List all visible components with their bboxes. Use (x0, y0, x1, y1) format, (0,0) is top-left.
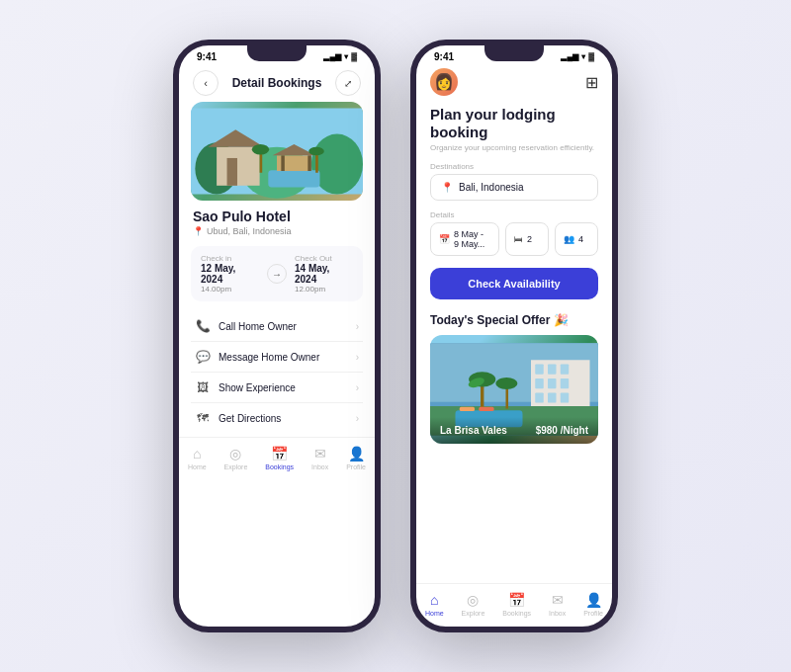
nav-inbox-label-right: Inbox (549, 610, 566, 617)
svg-rect-10 (281, 155, 284, 171)
location-icon: 📍 (441, 182, 453, 193)
phone-icon: 📞 (195, 319, 211, 333)
svg-rect-25 (535, 392, 544, 402)
nav-home-label-right: Home (425, 610, 444, 617)
nav-explore[interactable]: ◎ Explore (224, 446, 248, 470)
call-home-owner-label: Call Home Owner (219, 321, 297, 332)
rooms-chip[interactable]: 🛏 2 (505, 222, 549, 256)
svg-rect-23 (548, 378, 557, 388)
notch-right (484, 45, 544, 61)
destination-value: Bali, Indonesia (459, 182, 524, 193)
checkin-time: 14.00pm (201, 285, 259, 294)
user-avatar[interactable]: 👩 (430, 68, 458, 96)
nav-bookings-label: Bookings (265, 463, 294, 470)
explore-icon-right: ◎ (467, 592, 479, 608)
checkout-date: 14 May, 2024 (295, 263, 353, 285)
signal-icon: ▂▄▆ (561, 52, 578, 61)
nav-home-right[interactable]: ⌂ Home (425, 592, 444, 617)
bookings-icon: 📅 (271, 446, 288, 462)
details-label: Details (430, 210, 598, 219)
plan-subtitle: Organize your upcoming reservation effic… (430, 143, 598, 152)
detail-header: ‹ Detail Bookings ⤢ (179, 64, 375, 102)
checkin-checkout-box: Check in 12 May, 2024 14.00pm → Check Ou… (191, 246, 363, 301)
bookings-icon-right: 📅 (508, 592, 525, 608)
svg-rect-7 (268, 170, 319, 187)
message-home-owner-label: Message Home Owner (219, 352, 319, 363)
get-directions-item[interactable]: 🗺 Get Directions › (191, 403, 363, 433)
checkin-label: Check in (201, 254, 259, 263)
date-chip[interactable]: 📅 8 May - 9 May... (430, 222, 499, 256)
hotel-image (191, 102, 363, 201)
nav-profile[interactable]: 👤 Profile (346, 446, 366, 470)
guests-icon: 👥 (564, 234, 574, 244)
top-bar-right: 👩 ⊞ (416, 64, 612, 102)
svg-rect-20 (548, 365, 557, 375)
check-availability-button[interactable]: Check Availability (430, 268, 598, 299)
explore-icon: ◎ (229, 446, 241, 462)
svg-point-15 (308, 147, 324, 156)
special-offer-title: Today's Special Offer 🎉 (430, 313, 598, 327)
checkin-date: 12 May, 2024 (201, 263, 259, 285)
bottom-nav-right: ⌂ Home ◎ Explore 📅 Bookings ✉ Inbox 👤 Pr… (416, 583, 612, 627)
nav-explore-label-right: Explore (462, 610, 485, 617)
home-icon: ⌂ (193, 446, 201, 462)
wifi-icon: ▾ (344, 52, 348, 61)
chevron-right-icon: › (356, 352, 359, 363)
svg-rect-36 (479, 407, 493, 411)
nav-home-label: Home (188, 463, 207, 470)
profile-icon-right: 👤 (585, 592, 602, 608)
details-row: 📅 8 May - 9 May... 🛏 2 👥 4 (430, 222, 598, 256)
signal-icon: ▂▄▆ (323, 52, 341, 61)
arrow-icon: → (267, 264, 287, 284)
home-icon-right: ⌂ (430, 592, 438, 608)
nav-bookings[interactable]: 📅 Bookings (265, 446, 294, 470)
chevron-right-icon: › (356, 321, 359, 332)
notch (247, 45, 307, 61)
svg-rect-11 (308, 155, 310, 171)
wifi-icon: ▾ (581, 52, 585, 61)
svg-point-34 (495, 378, 517, 389)
guests-chip-text: 4 (578, 234, 583, 244)
profile-icon: 👤 (348, 446, 365, 462)
experience-icon: 🖼 (195, 380, 211, 394)
status-time-right: 9:41 (434, 51, 454, 62)
right-phone: 9:41 ▂▄▆ ▾ ▓ 👩 ⊞ Plan your lodging booki… (410, 40, 618, 632)
status-icons-right: ▂▄▆ ▾ ▓ (561, 52, 594, 61)
nav-explore-right[interactable]: ◎ Explore (462, 592, 485, 617)
svg-rect-19 (535, 365, 544, 375)
destination-input[interactable]: 📍 Bali, Indonesia (430, 174, 598, 201)
nav-profile-right[interactable]: 👤 Profile (583, 592, 603, 617)
checkout-col: Check Out 14 May, 2024 12.00pm (295, 254, 353, 294)
svg-rect-6 (227, 158, 237, 186)
call-home-owner-item[interactable]: 📞 Call Home Owner › (191, 311, 363, 342)
svg-rect-24 (561, 378, 570, 388)
nav-bookings-right[interactable]: 📅 Bookings (502, 592, 531, 617)
show-experience-item[interactable]: 🖼 Show Experience › (191, 373, 363, 403)
offer-card[interactable]: La Brisa Vales $980 /Night (430, 335, 598, 444)
destinations-label: Destinations (430, 162, 598, 171)
nav-home[interactable]: ⌂ Home (188, 446, 207, 470)
nav-profile-label-right: Profile (583, 610, 603, 617)
back-button[interactable]: ‹ (193, 70, 219, 96)
date-chip-text: 8 May - 9 May... (454, 229, 490, 249)
nav-profile-label: Profile (346, 463, 366, 470)
inbox-icon: ✉ (314, 446, 326, 462)
nav-bookings-label-right: Bookings (502, 610, 531, 617)
message-home-owner-item[interactable]: 💬 Message Home Owner › (191, 342, 363, 373)
nav-inbox[interactable]: ✉ Inbox (311, 446, 328, 470)
nav-inbox-right[interactable]: ✉ Inbox (549, 592, 566, 617)
chevron-right-icon: › (356, 413, 359, 424)
svg-point-13 (252, 144, 269, 154)
hotel-location-text: Ubud, Bali, Indonesia (207, 226, 292, 236)
chevron-right-icon: › (356, 382, 359, 393)
checkin-col: Check in 12 May, 2024 14.00pm (201, 254, 259, 294)
guests-chip[interactable]: 👥 4 (555, 222, 598, 256)
scan-icon[interactable]: ⊞ (585, 73, 598, 92)
svg-rect-26 (548, 392, 557, 402)
plan-title: Plan your lodging booking (430, 106, 598, 141)
left-phone: 9:41 ▂▄▆ ▾ ▓ ‹ Detail Bookings ⤢ (173, 40, 381, 632)
menu-list: 📞 Call Home Owner › 💬 Message Home Owner… (179, 307, 375, 437)
message-icon: 💬 (195, 350, 211, 364)
share-button[interactable]: ⤢ (335, 70, 361, 96)
calendar-icon: 📅 (439, 234, 450, 244)
